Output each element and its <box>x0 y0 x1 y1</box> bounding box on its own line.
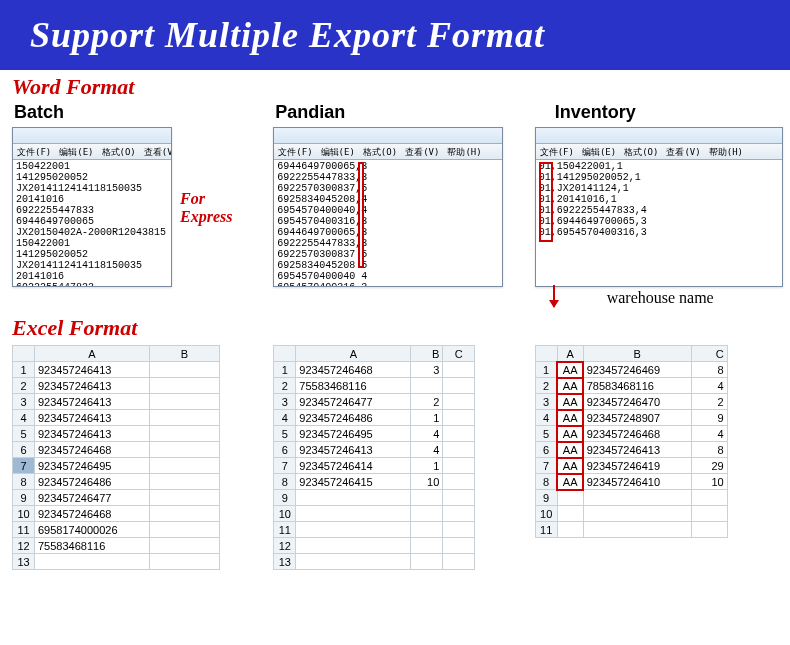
cell[interactable] <box>583 522 691 538</box>
row-number[interactable]: 4 <box>535 410 557 426</box>
row-number[interactable]: 9 <box>274 490 296 506</box>
cell[interactable] <box>150 474 220 490</box>
menu-edit[interactable]: 编辑(E) <box>321 147 355 157</box>
menu-format[interactable]: 格式(O) <box>102 147 136 157</box>
cell[interactable]: 923457246419 <box>583 458 691 474</box>
cell[interactable] <box>691 506 727 522</box>
cell[interactable]: 923457246468 <box>296 362 411 378</box>
row-number[interactable]: 10 <box>13 506 35 522</box>
row-number[interactable]: 13 <box>13 554 35 570</box>
cell[interactable] <box>150 362 220 378</box>
cell[interactable] <box>411 554 443 570</box>
cell[interactable]: 4 <box>691 426 727 442</box>
cell[interactable] <box>443 474 475 490</box>
cell[interactable]: 75583468116 <box>35 538 150 554</box>
cell[interactable]: 923457248907 <box>583 410 691 426</box>
cell[interactable]: AA <box>557 474 583 490</box>
row-number[interactable]: 4 <box>13 410 35 426</box>
cell[interactable]: 923457246486 <box>35 474 150 490</box>
cell[interactable]: 75583468116 <box>296 378 411 394</box>
row-number[interactable]: 3 <box>535 394 557 410</box>
cell[interactable] <box>443 442 475 458</box>
cell[interactable]: 923457246477 <box>35 490 150 506</box>
row-number[interactable]: 12 <box>274 538 296 554</box>
row-number[interactable]: 1 <box>535 362 557 378</box>
cell[interactable] <box>411 522 443 538</box>
cell[interactable]: AA <box>557 442 583 458</box>
cell[interactable]: AA <box>557 458 583 474</box>
cell[interactable]: 4 <box>411 426 443 442</box>
cell[interactable]: AA <box>557 378 583 394</box>
menu-view[interactable]: 查看(V) <box>144 147 172 157</box>
cell[interactable]: 2 <box>691 394 727 410</box>
cell[interactable] <box>443 522 475 538</box>
cell[interactable] <box>691 522 727 538</box>
cell[interactable] <box>691 490 727 506</box>
row-number[interactable]: 11 <box>535 522 557 538</box>
row-number[interactable]: 8 <box>274 474 296 490</box>
row-number[interactable]: 3 <box>274 394 296 410</box>
row-number[interactable]: 6 <box>274 442 296 458</box>
cell[interactable]: 923457246413 <box>35 426 150 442</box>
row-number[interactable]: 8 <box>535 474 557 490</box>
cell[interactable] <box>583 506 691 522</box>
row-number[interactable]: 11 <box>13 522 35 538</box>
cell[interactable]: 10 <box>411 474 443 490</box>
cell[interactable]: 8 <box>691 362 727 378</box>
menu-edit[interactable]: 编辑(E) <box>59 147 93 157</box>
menu-file[interactable]: 文件(F) <box>540 147 574 157</box>
cell[interactable] <box>443 490 475 506</box>
cell[interactable] <box>150 522 220 538</box>
cell[interactable] <box>150 538 220 554</box>
col-header[interactable]: A <box>35 346 150 362</box>
col-header[interactable]: B <box>150 346 220 362</box>
row-number[interactable]: 3 <box>13 394 35 410</box>
cell[interactable]: 923457246413 <box>35 394 150 410</box>
cell[interactable]: 78583468116 <box>583 378 691 394</box>
cell[interactable] <box>443 410 475 426</box>
cell[interactable]: 923457246413 <box>583 442 691 458</box>
cell[interactable] <box>443 378 475 394</box>
cell[interactable]: 923457246486 <box>296 410 411 426</box>
cell[interactable] <box>150 410 220 426</box>
row-number[interactable]: 10 <box>535 506 557 522</box>
cell[interactable] <box>296 538 411 554</box>
cell[interactable] <box>583 490 691 506</box>
cell[interactable]: 3 <box>411 362 443 378</box>
row-number[interactable]: 1 <box>274 362 296 378</box>
menu-file[interactable]: 文件(F) <box>17 147 51 157</box>
cell[interactable]: AA <box>557 426 583 442</box>
row-number[interactable]: 13 <box>274 554 296 570</box>
cell[interactable]: 6958174000026 <box>35 522 150 538</box>
cell[interactable] <box>443 394 475 410</box>
cell[interactable]: 1 <box>411 458 443 474</box>
cell[interactable] <box>296 522 411 538</box>
cell[interactable] <box>443 538 475 554</box>
cell[interactable]: 923457246414 <box>296 458 411 474</box>
cell[interactable]: 923457246495 <box>296 426 411 442</box>
cell[interactable]: 2 <box>411 394 443 410</box>
row-number[interactable]: 7 <box>535 458 557 474</box>
menu-help[interactable]: 帮助(H) <box>709 147 743 157</box>
cell[interactable] <box>443 506 475 522</box>
row-number[interactable]: 10 <box>274 506 296 522</box>
cell[interactable] <box>557 506 583 522</box>
cell[interactable]: AA <box>557 362 583 378</box>
row-number[interactable]: 4 <box>274 410 296 426</box>
cell[interactable] <box>150 554 220 570</box>
cell[interactable] <box>150 458 220 474</box>
row-number[interactable]: 7 <box>13 458 35 474</box>
row-number[interactable]: 2 <box>535 378 557 394</box>
row-number[interactable]: 8 <box>13 474 35 490</box>
menu-format[interactable]: 格式(O) <box>363 147 397 157</box>
cell[interactable]: 923457246413 <box>35 362 150 378</box>
col-header[interactable]: A <box>296 346 411 362</box>
menu-edit[interactable]: 编辑(E) <box>582 147 616 157</box>
cell[interactable] <box>443 458 475 474</box>
cell[interactable]: 4 <box>411 442 443 458</box>
cell[interactable] <box>557 522 583 538</box>
menu-file[interactable]: 文件(F) <box>278 147 312 157</box>
cell[interactable]: 923457246415 <box>296 474 411 490</box>
cell[interactable]: 8 <box>691 442 727 458</box>
cell[interactable] <box>296 506 411 522</box>
